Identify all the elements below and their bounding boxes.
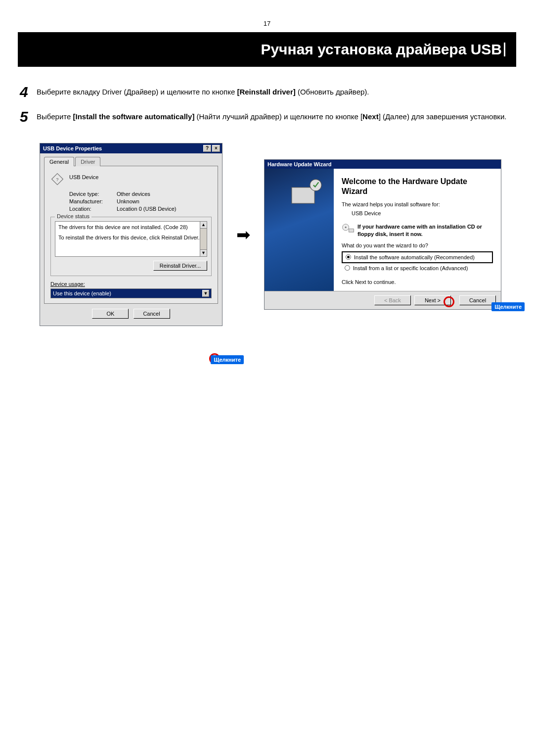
- step-5-after: ] (Далее) для завершения установки.: [379, 112, 507, 121]
- device-usage: Device usage: Use this device (enable) ▼: [50, 281, 212, 298]
- device-usage-value: Use this device (enable): [53, 290, 111, 296]
- wizard-body: Welcome to the Hardware Update Wizard Th…: [265, 169, 501, 291]
- dialog-titlebar: Hardware Update Wizard: [265, 160, 501, 169]
- device-type-value: Other devices: [117, 191, 150, 197]
- option-list-label: Install from a list or specific location…: [353, 265, 468, 271]
- instructions: 4 Выберите вкладку Driver (Драйвер) и ще…: [18, 85, 516, 124]
- dialog-title: Hardware Update Wizard: [267, 161, 332, 167]
- wizard-main: Welcome to the Hardware Update Wizard Th…: [334, 169, 501, 291]
- tab-panel: ? USB Device Device type: Other devices …: [44, 166, 218, 304]
- radio-unselected-icon: [345, 265, 350, 271]
- status-line-1: The drivers for this device are not inst…: [58, 224, 204, 231]
- scroll-down-button[interactable]: ▼: [200, 249, 207, 256]
- usb-icon: ?: [50, 172, 64, 186]
- step-4-bold: [Reinstall driver]: [237, 88, 295, 96]
- figures-row: USB Device Properties ? × General Driver…: [18, 143, 516, 326]
- option-install-automatically[interactable]: Install the software automatically (Reco…: [342, 251, 493, 263]
- manufacturer-value: Unknown: [117, 198, 139, 204]
- titlebar-close-button[interactable]: ×: [212, 145, 220, 152]
- step-text: Выберите вкладку Driver (Драйвер) и щелк…: [37, 85, 514, 98]
- step-5: 5 Выберите [Install the software automat…: [20, 109, 514, 124]
- status-scrollbar[interactable]: ▲ ▼: [200, 221, 207, 257]
- device-type-label: Device type:: [69, 191, 117, 197]
- step-text: Выберите [Install the software automatic…: [37, 109, 514, 123]
- reinstall-row: Reinstall Driver...: [55, 261, 207, 271]
- dialog-footer: OK Cancel: [44, 304, 218, 321]
- wizard-tip: If your hardware came with an installati…: [342, 223, 493, 237]
- manufacturer-label: Manufacturer:: [69, 198, 117, 204]
- tab-driver[interactable]: Driver: [75, 157, 100, 166]
- tab-general[interactable]: General: [44, 157, 74, 166]
- click-callout: Щелкните: [211, 355, 244, 364]
- device-status-text: The drivers for this device are not inst…: [55, 221, 207, 257]
- device-name: USB Device: [69, 172, 98, 180]
- location-label: Location:: [69, 206, 117, 212]
- section-title-text: Ручная установка драйвера USB: [261, 41, 502, 57]
- dialog-titlebar: USB Device Properties ? ×: [40, 143, 222, 153]
- usb-device-properties-dialog: USB Device Properties ? × General Driver…: [40, 143, 222, 326]
- svg-rect-2: [292, 188, 314, 203]
- wizard-device-name: USB Device: [352, 210, 493, 216]
- cd-tip-icon: [342, 223, 355, 233]
- chevron-down-icon[interactable]: ▼: [202, 290, 209, 297]
- ok-button[interactable]: OK: [92, 309, 129, 319]
- titlebar-help-button[interactable]: ?: [203, 145, 211, 152]
- section-title: Ручная установка драйвера USB: [18, 32, 516, 67]
- dialog-title: USB Device Properties: [43, 145, 102, 151]
- radio-selected-icon: [346, 254, 351, 260]
- svg-text:?: ?: [56, 177, 59, 182]
- option-auto-label: Install the software automatically (Reco…: [354, 254, 475, 260]
- device-header: ? USB Device: [50, 172, 212, 186]
- wizard-continue-text: Click Next to continue.: [342, 279, 493, 285]
- step-4-after: (Обновить драйвер).: [296, 88, 369, 96]
- wizard-heading: Welcome to the Hardware Update Wizard: [342, 177, 493, 196]
- cancel-button[interactable]: Cancel: [459, 295, 496, 305]
- page-number: 17: [18, 20, 516, 27]
- page: 17 Ручная установка драйвера USB 4 Выбер…: [0, 0, 534, 346]
- device-info: Device type: Other devices Manufacturer:…: [69, 191, 212, 212]
- device-status-group: Device status The drivers for this devic…: [50, 217, 212, 276]
- step-5-mid: (Найти лучший драйвер) и щелкните по кно…: [194, 112, 362, 121]
- wizard-graphic-icon: [288, 174, 325, 210]
- reinstall-driver-button[interactable]: Reinstall Driver...: [153, 261, 207, 271]
- status-text-wrap: The drivers for this device are not inst…: [55, 221, 207, 257]
- wizard-question: What do you want the wizard to do?: [342, 242, 493, 248]
- step-5-before: Выберите: [37, 112, 73, 121]
- step-number: 5: [20, 109, 37, 124]
- cancel-button[interactable]: Cancel: [134, 309, 170, 319]
- hardware-update-wizard-dialog: Hardware Update Wizard Welcome to the Ha…: [264, 159, 501, 310]
- svg-point-5: [345, 227, 347, 228]
- device-usage-label: Device usage:: [50, 281, 85, 287]
- device-type-row: Device type: Other devices: [69, 191, 212, 197]
- device-usage-select[interactable]: Use this device (enable) ▼: [50, 288, 212, 298]
- manufacturer-row: Manufacturer: Unknown: [69, 198, 212, 204]
- dialog-body: General Driver ? USB Device Device type:: [40, 153, 222, 326]
- wizard-intro: The wizard helps you install software fo…: [342, 201, 493, 207]
- click-callout: Щелкните: [491, 302, 525, 311]
- wizard-tip-text: If your hardware came with an installati…: [357, 223, 493, 237]
- status-line-2: To reinstall the drivers for this device…: [58, 234, 204, 241]
- step-5-bold1: [Install the software automatically]: [73, 112, 194, 121]
- titlebar-buttons: ? ×: [203, 145, 220, 152]
- step-5-bold2: Next: [362, 112, 379, 121]
- option-install-from-list[interactable]: Install from a list or specific location…: [342, 264, 493, 272]
- svg-rect-6: [349, 229, 354, 233]
- wizard-sidebar-image: [265, 169, 334, 291]
- location-row: Location: Location 0 (USB Device): [69, 206, 212, 212]
- wizard-footer: < Back Next > Cancel: [265, 291, 501, 309]
- highlight-circle-icon: [444, 296, 454, 307]
- tabs: General Driver: [44, 157, 218, 166]
- arrow-right-icon: ➡: [236, 225, 250, 244]
- location-value: Location 0 (USB Device): [117, 206, 176, 212]
- step-4-before: Выберите вкладку Driver (Драйвер) и щелк…: [37, 88, 237, 96]
- svg-point-3: [310, 180, 321, 191]
- scroll-up-button[interactable]: ▲: [200, 222, 207, 229]
- back-button[interactable]: < Back: [374, 295, 411, 305]
- device-status-legend: Device status: [55, 213, 91, 219]
- title-cursor: [504, 43, 505, 56]
- step-4: 4 Выберите вкладку Driver (Драйвер) и ще…: [20, 85, 514, 99]
- step-number: 4: [20, 85, 37, 99]
